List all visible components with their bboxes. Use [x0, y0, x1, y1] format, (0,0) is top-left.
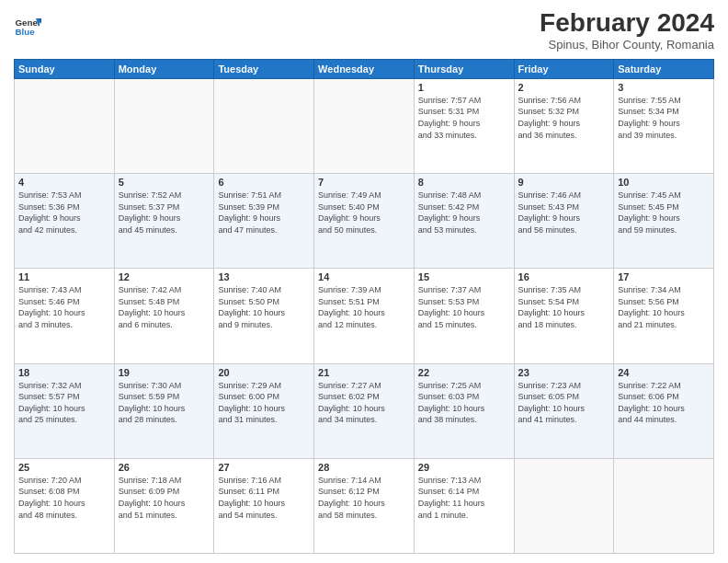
header-saturday: Saturday — [614, 59, 714, 78]
day-number: 9 — [518, 177, 610, 188]
day-info: Sunrise: 7:46 AMSunset: 5:43 PMDaylight:… — [518, 190, 610, 236]
day-info: Sunrise: 7:37 AMSunset: 5:53 PMDaylight:… — [418, 284, 510, 330]
day-number: 7 — [318, 177, 410, 188]
day-number: 21 — [318, 367, 410, 378]
calendar-cell: 5Sunrise: 7:52 AMSunset: 5:37 PMDaylight… — [114, 174, 214, 269]
day-info: Sunrise: 7:14 AMSunset: 6:12 PMDaylight:… — [318, 475, 410, 521]
logo: General Blue — [14, 13, 41, 40]
calendar-cell: 27Sunrise: 7:16 AMSunset: 6:11 PMDayligh… — [214, 458, 314, 553]
header-thursday: Thursday — [414, 59, 514, 78]
calendar-cell: 26Sunrise: 7:18 AMSunset: 6:09 PMDayligh… — [114, 458, 214, 553]
calendar-cell: 20Sunrise: 7:29 AMSunset: 6:00 PMDayligh… — [214, 363, 314, 458]
header-monday: Monday — [114, 59, 214, 78]
header-sunday: Sunday — [15, 59, 115, 78]
calendar-cell: 8Sunrise: 7:48 AMSunset: 5:42 PMDaylight… — [414, 174, 514, 269]
calendar-cell: 22Sunrise: 7:25 AMSunset: 6:03 PMDayligh… — [414, 363, 514, 458]
day-number: 26 — [119, 462, 210, 473]
logo-icon: General Blue — [14, 13, 41, 40]
day-number: 15 — [418, 271, 510, 282]
header-wednesday: Wednesday — [314, 59, 415, 78]
day-number: 19 — [119, 367, 210, 378]
day-info: Sunrise: 7:25 AMSunset: 6:03 PMDaylight:… — [418, 380, 510, 426]
calendar-cell: 13Sunrise: 7:40 AMSunset: 5:50 PMDayligh… — [214, 269, 314, 363]
calendar-week-2: 4Sunrise: 7:53 AMSunset: 5:36 PMDaylight… — [15, 174, 714, 269]
day-number: 1 — [418, 82, 510, 93]
calendar-cell — [114, 78, 214, 173]
calendar-week-4: 18Sunrise: 7:32 AMSunset: 5:57 PMDayligh… — [15, 363, 714, 458]
day-number: 23 — [518, 367, 610, 378]
header: General Blue February 2024 Spinus, Bihor… — [14, 9, 714, 52]
day-info: Sunrise: 7:48 AMSunset: 5:42 PMDaylight:… — [418, 190, 510, 236]
calendar-cell: 4Sunrise: 7:53 AMSunset: 5:36 PMDaylight… — [15, 174, 115, 269]
day-number: 17 — [618, 271, 710, 282]
day-number: 29 — [418, 462, 510, 473]
calendar-cell: 14Sunrise: 7:39 AMSunset: 5:51 PMDayligh… — [314, 269, 415, 363]
day-number: 16 — [518, 271, 610, 282]
day-info: Sunrise: 7:42 AMSunset: 5:48 PMDaylight:… — [119, 284, 210, 330]
day-number: 4 — [18, 177, 110, 188]
calendar-cell: 28Sunrise: 7:14 AMSunset: 6:12 PMDayligh… — [314, 458, 415, 553]
day-info: Sunrise: 7:18 AMSunset: 6:09 PMDaylight:… — [119, 475, 210, 521]
day-number: 11 — [18, 271, 110, 282]
subtitle: Spinus, Bihor County, Romania — [540, 38, 714, 52]
day-number: 13 — [218, 271, 310, 282]
day-number: 10 — [618, 177, 710, 188]
day-info: Sunrise: 7:27 AMSunset: 6:02 PMDaylight:… — [318, 380, 410, 426]
day-info: Sunrise: 7:30 AMSunset: 5:59 PMDaylight:… — [119, 380, 210, 426]
svg-text:Blue: Blue — [16, 27, 36, 37]
day-number: 22 — [418, 367, 510, 378]
calendar-cell: 3Sunrise: 7:55 AMSunset: 5:34 PMDaylight… — [614, 78, 714, 173]
calendar-week-3: 11Sunrise: 7:43 AMSunset: 5:46 PMDayligh… — [15, 269, 714, 363]
calendar-cell: 1Sunrise: 7:57 AMSunset: 5:31 PMDaylight… — [414, 78, 514, 173]
page: General Blue February 2024 Spinus, Bihor… — [0, 0, 728, 563]
calendar-cell: 21Sunrise: 7:27 AMSunset: 6:02 PMDayligh… — [314, 363, 415, 458]
day-info: Sunrise: 7:56 AMSunset: 5:32 PMDaylight:… — [518, 95, 610, 141]
day-info: Sunrise: 7:29 AMSunset: 6:00 PMDaylight:… — [218, 380, 310, 426]
calendar-cell — [15, 78, 115, 173]
calendar-cell: 7Sunrise: 7:49 AMSunset: 5:40 PMDaylight… — [314, 174, 415, 269]
day-info: Sunrise: 7:51 AMSunset: 5:39 PMDaylight:… — [218, 190, 310, 236]
calendar-cell: 12Sunrise: 7:42 AMSunset: 5:48 PMDayligh… — [114, 269, 214, 363]
day-info: Sunrise: 7:23 AMSunset: 6:05 PMDaylight:… — [518, 380, 610, 426]
calendar-cell: 6Sunrise: 7:51 AMSunset: 5:39 PMDaylight… — [214, 174, 314, 269]
calendar-cell: 9Sunrise: 7:46 AMSunset: 5:43 PMDaylight… — [514, 174, 614, 269]
main-title: February 2024 — [540, 9, 714, 38]
calendar-cell: 16Sunrise: 7:35 AMSunset: 5:54 PMDayligh… — [514, 269, 614, 363]
day-number: 27 — [218, 462, 310, 473]
day-number: 6 — [218, 177, 310, 188]
day-number: 20 — [218, 367, 310, 378]
day-info: Sunrise: 7:45 AMSunset: 5:45 PMDaylight:… — [618, 190, 710, 236]
calendar-cell — [214, 78, 314, 173]
day-info: Sunrise: 7:52 AMSunset: 5:37 PMDaylight:… — [119, 190, 210, 236]
calendar-cell: 19Sunrise: 7:30 AMSunset: 5:59 PMDayligh… — [114, 363, 214, 458]
calendar-cell — [614, 458, 714, 553]
calendar-cell: 10Sunrise: 7:45 AMSunset: 5:45 PMDayligh… — [614, 174, 714, 269]
weekday-header-row: Sunday Monday Tuesday Wednesday Thursday… — [15, 59, 714, 78]
calendar-cell: 29Sunrise: 7:13 AMSunset: 6:14 PMDayligh… — [414, 458, 514, 553]
day-info: Sunrise: 7:20 AMSunset: 6:08 PMDaylight:… — [18, 475, 110, 521]
day-info: Sunrise: 7:13 AMSunset: 6:14 PMDaylight:… — [418, 475, 510, 521]
calendar-cell — [514, 458, 614, 553]
day-number: 14 — [318, 271, 410, 282]
day-number: 8 — [418, 177, 510, 188]
day-number: 28 — [318, 462, 410, 473]
calendar-cell: 11Sunrise: 7:43 AMSunset: 5:46 PMDayligh… — [15, 269, 115, 363]
calendar-cell: 17Sunrise: 7:34 AMSunset: 5:56 PMDayligh… — [614, 269, 714, 363]
title-block: February 2024 Spinus, Bihor County, Roma… — [540, 9, 714, 52]
day-info: Sunrise: 7:16 AMSunset: 6:11 PMDaylight:… — [218, 475, 310, 521]
day-number: 12 — [119, 271, 210, 282]
day-info: Sunrise: 7:57 AMSunset: 5:31 PMDaylight:… — [418, 95, 510, 141]
calendar-cell: 15Sunrise: 7:37 AMSunset: 5:53 PMDayligh… — [414, 269, 514, 363]
header-friday: Friday — [514, 59, 614, 78]
calendar-cell: 2Sunrise: 7:56 AMSunset: 5:32 PMDaylight… — [514, 78, 614, 173]
calendar-week-1: 1Sunrise: 7:57 AMSunset: 5:31 PMDaylight… — [15, 78, 714, 173]
day-number: 24 — [618, 367, 710, 378]
calendar-table: Sunday Monday Tuesday Wednesday Thursday… — [14, 59, 714, 554]
day-info: Sunrise: 7:22 AMSunset: 6:06 PMDaylight:… — [618, 380, 710, 426]
day-number: 18 — [18, 367, 110, 378]
calendar-cell: 18Sunrise: 7:32 AMSunset: 5:57 PMDayligh… — [15, 363, 115, 458]
day-info: Sunrise: 7:55 AMSunset: 5:34 PMDaylight:… — [618, 95, 710, 141]
calendar-cell — [314, 78, 415, 173]
calendar-week-5: 25Sunrise: 7:20 AMSunset: 6:08 PMDayligh… — [15, 458, 714, 553]
calendar-cell: 25Sunrise: 7:20 AMSunset: 6:08 PMDayligh… — [15, 458, 115, 553]
